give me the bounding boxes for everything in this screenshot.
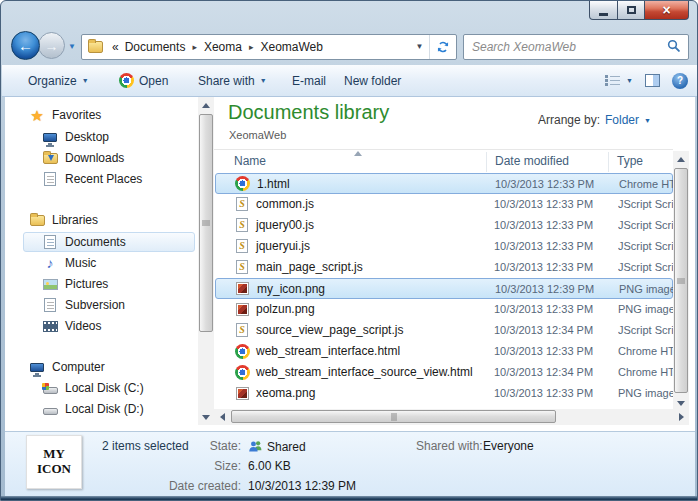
file-row[interactable]: web_stream_interface_source_view.html 10… — [215, 362, 673, 383]
sidebar-group-computer[interactable]: Computer — [29, 357, 105, 377]
sidebar-scrollbar[interactable] — [198, 97, 214, 425]
breadcrumb-item-documents[interactable]: Documents — [122, 40, 189, 54]
subversion-icon — [42, 297, 58, 313]
sidebar-item-recent-places[interactable]: Recent Places — [42, 169, 142, 189]
new-folder-button[interactable]: New folder — [338, 65, 407, 96]
search-input[interactable] — [464, 40, 667, 54]
date-created-value: 10/3/2013 12:39 PM — [248, 479, 356, 493]
refresh-button[interactable] — [430, 35, 456, 59]
search-box — [463, 34, 689, 60]
share-with-button[interactable]: Share with — [192, 65, 273, 96]
column-header-type[interactable]: Type — [617, 154, 643, 168]
sidebar-group-libraries[interactable]: Libraries — [29, 210, 98, 230]
sidebar-group-favorites[interactable]: Favorites — [29, 105, 101, 125]
shared-people-icon — [248, 439, 263, 454]
sidebar-item-music[interactable]: Music — [42, 253, 96, 273]
scroll-up-button[interactable] — [198, 97, 214, 113]
file-list-horizontal-scrollbar[interactable] — [214, 409, 689, 425]
window-bottom-border — [1, 496, 697, 500]
scrollbar-thumb[interactable] — [674, 168, 688, 393]
chrome-html-icon — [234, 343, 250, 359]
breadcrumb-separator-icon[interactable] — [188, 42, 201, 52]
sidebar-item-documents[interactable]: Documents — [42, 232, 126, 252]
file-row[interactable]: S jqueryui.js 10/3/2013 12:33 PM JScript… — [215, 236, 673, 257]
sidebar-item-pictures[interactable]: Pictures — [42, 274, 108, 294]
sidebar-item-desktop[interactable]: Desktop — [42, 127, 109, 147]
close-button[interactable] — [645, 1, 689, 20]
change-view-button[interactable] — [605, 74, 633, 87]
file-list-pane: Documents library XeomaWeb Arrange by: F… — [214, 97, 695, 431]
column-divider[interactable] — [486, 152, 487, 172]
file-row[interactable]: S jquery00.js 10/3/2013 12:33 PM JScript… — [215, 215, 673, 236]
local-disk-d-icon — [42, 401, 58, 417]
search-icon[interactable] — [667, 39, 681, 56]
file-row[interactable]: 1.html 10/3/2013 12:33 PM Chrome HT — [215, 173, 673, 194]
address-dropdown-icon[interactable] — [410, 35, 430, 59]
window-controls — [589, 1, 689, 20]
shared-with-value: Everyone — [483, 439, 534, 453]
selected-file-preview: MY ICON — [26, 435, 82, 489]
size-label: Size: — [135, 459, 241, 473]
explorer-window: « Documents Xeoma XeomaWeb — [0, 0, 698, 501]
pictures-icon — [42, 276, 58, 292]
navigation-pane: Favorites Desktop Downloads Recent Place… — [5, 97, 198, 431]
chevron-down-icon — [644, 117, 651, 124]
command-toolbar: Organize Open Share with E-mail New fold… — [2, 65, 698, 97]
details-pane: MY ICON 2 items selected State: Shared S… — [5, 431, 695, 498]
column-header-name[interactable]: Name — [234, 154, 266, 168]
library-title: Documents library — [228, 101, 389, 124]
chevron-down-icon — [260, 77, 267, 84]
email-button[interactable]: E-mail — [286, 65, 332, 96]
open-button[interactable]: Open — [112, 65, 174, 96]
breadcrumb: « Documents Xeoma XeomaWeb — [109, 40, 410, 54]
breadcrumb-item-xeoma[interactable]: Xeoma — [201, 40, 245, 54]
maximize-button[interactable] — [618, 1, 645, 20]
arrange-by-dropdown[interactable]: Folder — [605, 113, 651, 127]
organize-label: Organize — [28, 74, 77, 88]
sort-ascending-icon — [354, 151, 362, 156]
jscript-icon: S — [234, 322, 250, 338]
preview-pane-button[interactable] — [645, 74, 660, 87]
breadcrumb-item-xeomaweb[interactable]: XeomaWeb — [257, 40, 325, 54]
breadcrumb-overflow[interactable]: « — [109, 40, 122, 54]
back-button[interactable] — [11, 31, 40, 60]
scroll-up-button[interactable] — [673, 151, 689, 167]
column-header-date-modified[interactable]: Date modified — [495, 154, 569, 168]
organize-button[interactable]: Organize — [22, 65, 95, 96]
arrange-by-label: Arrange by: — [538, 113, 600, 127]
scrollbar-thumb[interactable] — [231, 410, 556, 423]
forward-button[interactable] — [38, 32, 65, 59]
chrome-html-icon — [234, 364, 250, 380]
chevron-down-icon — [82, 77, 89, 84]
local-disk-c-icon — [42, 380, 58, 396]
file-list-vertical-scrollbar[interactable] — [673, 151, 689, 411]
file-row[interactable]: S main_page_script.js 10/3/2013 12:33 PM… — [215, 257, 673, 278]
file-row[interactable]: xeoma.png 10/3/2013 12:33 PM PNG image — [215, 383, 673, 404]
sidebar-item-videos[interactable]: Videos — [42, 316, 101, 336]
column-divider[interactable] — [608, 152, 609, 172]
chrome-html-icon — [234, 175, 250, 191]
scroll-left-button[interactable] — [214, 409, 230, 425]
scroll-down-button[interactable] — [198, 409, 214, 425]
address-field[interactable]: « Documents Xeoma XeomaWeb — [81, 34, 457, 60]
computer-icon — [29, 359, 45, 375]
help-button[interactable] — [672, 73, 688, 89]
sidebar-item-local-disk-d[interactable]: Local Disk (D:) — [42, 399, 144, 419]
sidebar-item-subversion[interactable]: Subversion — [42, 295, 125, 315]
state-value: Shared — [248, 439, 306, 454]
file-row[interactable]: S common.js 10/3/2013 12:33 PM JScript S… — [215, 194, 673, 215]
chrome-icon — [118, 73, 134, 89]
file-row[interactable]: S source_view_page_script.js 10/3/2013 1… — [215, 320, 673, 341]
recent-places-icon — [42, 171, 58, 187]
jscript-icon: S — [234, 196, 250, 212]
scrollbar-thumb[interactable] — [199, 114, 213, 332]
file-row[interactable]: my_icon.png 10/3/2013 12:39 PM PNG image — [215, 278, 673, 299]
breadcrumb-separator-icon[interactable] — [245, 42, 258, 52]
minimize-button[interactable] — [589, 1, 618, 20]
file-row[interactable]: polzun.png 10/3/2013 12:33 PM PNG image — [215, 299, 673, 320]
sidebar-item-downloads[interactable]: Downloads — [42, 148, 124, 168]
file-row[interactable]: web_stream_interface.html 10/3/2013 12:3… — [215, 341, 673, 362]
recent-pages-chevron-icon[interactable] — [68, 42, 76, 51]
sidebar-item-local-disk-c[interactable]: Local Disk (C:) — [42, 378, 144, 398]
scroll-right-button[interactable] — [673, 409, 689, 425]
